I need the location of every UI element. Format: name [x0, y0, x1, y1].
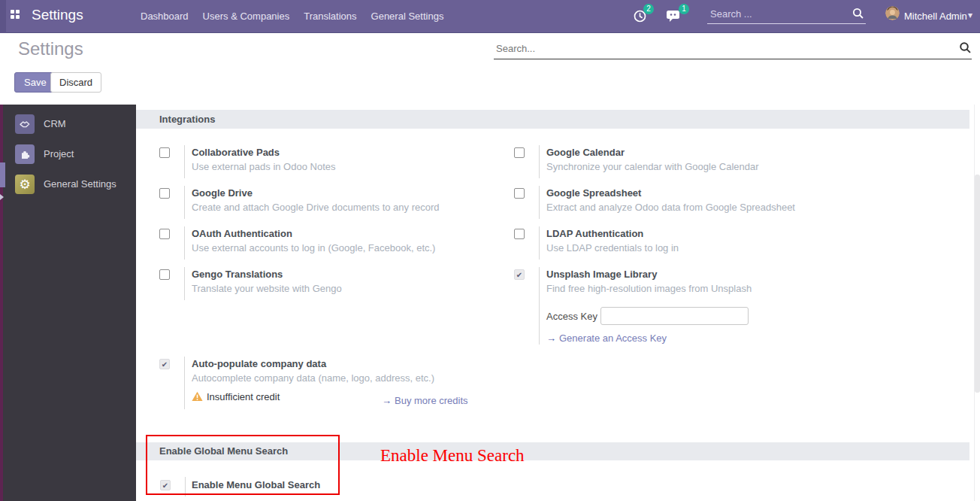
settings-page: Settings Dashboard Users & Companies Tra… [0, 0, 980, 501]
handshake-icon [15, 114, 35, 134]
user-avatar[interactable] [885, 6, 900, 20]
setting-title: OAuth Authentication [192, 228, 292, 239]
topbar-search-input[interactable] [707, 5, 842, 23]
chevron-down-icon[interactable]: ▾ [968, 10, 972, 20]
setting-subtitle: Translate your website with Gengo [192, 283, 342, 294]
nav-general-settings[interactable]: General Settings [371, 11, 444, 22]
settings-search-input[interactable] [494, 39, 930, 57]
checkbox[interactable] [159, 188, 170, 199]
checkbox[interactable]: ✔ [514, 269, 525, 280]
sidebar-item-label: CRM [44, 118, 66, 129]
sidebar-item-label: General Settings [44, 178, 116, 190]
setting-subtitle: Find free high-resolution images from Un… [546, 283, 752, 294]
puzzle-icon [15, 144, 35, 164]
divider [539, 186, 540, 219]
setting-title: Auto-populate company data [192, 358, 326, 369]
nav-translations[interactable]: Translations [304, 11, 356, 22]
settings-sidebar: CRM Project ⚙ General Settings [0, 105, 136, 501]
red-highlight-box [146, 435, 340, 495]
setting-subtitle: Extract and analyze Odoo data from Googl… [546, 202, 795, 213]
setting-title: Collaborative Pads [192, 147, 280, 158]
divider [184, 357, 185, 409]
divider [539, 267, 540, 345]
setting-subtitle: Autocomplete company data (name, logo, a… [192, 372, 434, 384]
activity-badge: 2 [643, 4, 654, 14]
search-icon[interactable] [959, 41, 972, 57]
setting-title: Gengo Translations [192, 269, 283, 280]
checkbox[interactable] [514, 229, 525, 239]
sidebar-item-project[interactable]: Project [0, 144, 136, 175]
checkbox[interactable] [514, 188, 525, 199]
sidebar-item-general-settings[interactable]: ⚙ General Settings [0, 175, 136, 205]
nav-dashboard[interactable]: Dashboard [141, 11, 189, 22]
access-key-input[interactable] [600, 307, 749, 325]
topbar-search [707, 5, 866, 24]
topbar-edge [0, 0, 6, 33]
messages-badge: 1 [679, 4, 689, 14]
checkbox[interactable]: ✔ [159, 359, 170, 369]
checkbox[interactable] [159, 147, 170, 158]
setting-title: Google Spreadsheet [546, 187, 641, 199]
setting-subtitle: Synchronize your calendar with Google Ca… [546, 161, 759, 172]
search-icon[interactable] [852, 8, 864, 23]
setting-title: Google Drive [192, 187, 253, 199]
setting-title: Unsplash Image Library [546, 269, 657, 280]
access-key-label: Access Key [546, 311, 597, 322]
divider [539, 145, 540, 178]
setting-title: Google Calendar [546, 147, 625, 158]
setting-subtitle: Use external accounts to log in (Google,… [192, 242, 435, 254]
arrow-right-icon: → [546, 332, 556, 344]
annotation-text: Enable Menu Search [380, 446, 525, 466]
section-title: Integrations [159, 110, 215, 129]
buy-more-credits-link[interactable]: →Buy more credits [382, 395, 468, 406]
nav-users-companies[interactable]: Users & Companies [203, 11, 290, 22]
page-title: Settings [18, 38, 83, 59]
generate-access-key-link[interactable]: →Generate an Access Key [546, 332, 667, 344]
discard-button[interactable]: Discard [50, 72, 101, 93]
topbar: Settings Dashboard Users & Companies Tra… [0, 0, 980, 33]
divider [184, 145, 185, 178]
settings-search [494, 39, 972, 59]
insufficient-credit-warning: Insufficient credit [192, 391, 280, 402]
divider [184, 267, 185, 300]
checkbox[interactable] [514, 147, 525, 158]
scrollbar-thumb[interactable] [975, 175, 980, 393]
arrow-right-icon: → [382, 395, 392, 406]
user-name[interactable]: Mitchell Admin [904, 11, 967, 22]
setting-subtitle: Use LDAP credentials to log in [546, 242, 679, 254]
checkbox[interactable] [159, 269, 170, 280]
warning-icon [192, 391, 203, 402]
setting-title: LDAP Authentication [546, 228, 643, 239]
setting-subtitle: Create and attach Google Drive documents… [192, 202, 440, 213]
sidebar-item-label: Project [44, 148, 74, 159]
gear-icon: ⚙ [15, 175, 35, 194]
divider [184, 226, 185, 260]
integrations-section-header: Integrations [136, 110, 969, 129]
checkbox[interactable] [159, 229, 170, 239]
topbar-nav: Dashboard Users & Companies Translations… [141, 11, 443, 22]
divider [539, 226, 540, 260]
divider [184, 186, 185, 219]
app-title: Settings [32, 7, 83, 23]
apps-menu-icon[interactable] [11, 10, 20, 19]
setting-subtitle: Use external pads in Odoo Notes [192, 161, 336, 172]
sidebar-item-crm[interactable]: CRM [0, 114, 136, 144]
